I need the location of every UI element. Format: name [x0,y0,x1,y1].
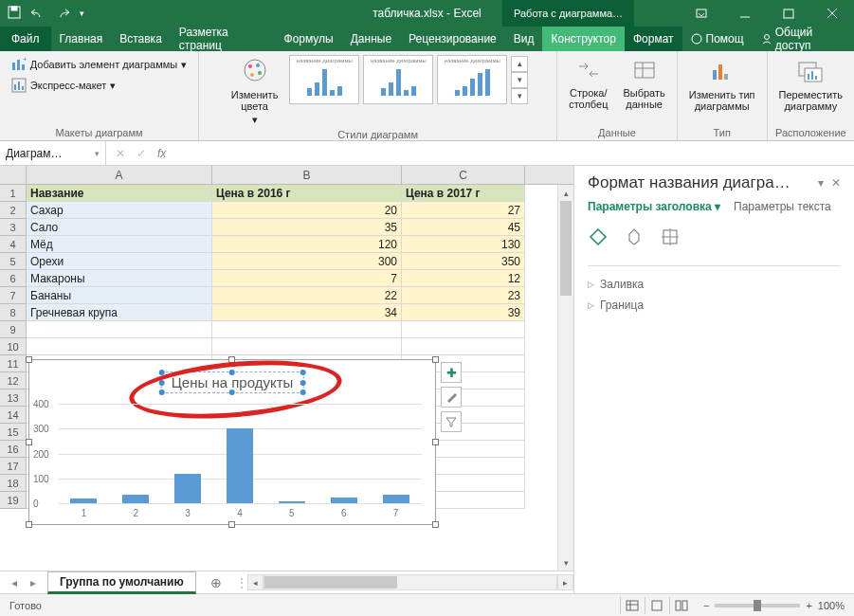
taskpane-close-icon[interactable]: ✕ [831,176,841,190]
chart-filters-button[interactable] [441,411,462,432]
horizontal-scrollbar[interactable]: ◂ ▸ [247,574,573,590]
row-header[interactable]: 13 [0,390,27,407]
row-header[interactable]: 8 [0,304,27,321]
chart-styles-gallery[interactable]: название диаграммы название диаграммы на… [289,55,528,104]
name-box[interactable]: Диаграм…▾ [0,141,106,165]
cell[interactable] [402,321,525,338]
cell[interactable]: Гречневая крупа [27,304,212,321]
scroll-down-icon[interactable]: ▾ [558,554,573,571]
cell[interactable]: Навзание [27,185,212,202]
row-header[interactable]: 18 [0,475,27,492]
change-colors-button[interactable]: Изменить цвета ▾ [227,55,282,127]
size-properties-icon[interactable] [660,226,681,250]
chart-title[interactable]: Цены на продукты [161,371,304,393]
select-all-corner[interactable] [0,166,27,184]
row-header[interactable]: 6 [0,270,27,287]
cell[interactable] [402,338,525,355]
cell[interactable]: Мёд [27,236,212,253]
cell[interactable]: 45 [402,219,525,236]
sheet-tab[interactable]: Группа по умолчанию [47,571,196,594]
col-header-C[interactable]: C [402,166,525,184]
cell[interactable]: Цена в 2017 г [402,185,525,202]
page-break-view-icon[interactable] [669,597,694,614]
cell[interactable]: 39 [402,304,525,321]
style-item[interactable]: название диаграммы [289,55,359,104]
row-header[interactable]: 7 [0,287,27,304]
cell[interactable]: 35 [212,219,402,236]
style-item[interactable]: название диаграммы [363,55,433,104]
undo-icon[interactable] [30,6,45,22]
row-header[interactable]: 4 [0,236,27,253]
add-sheet-button[interactable]: ⊕ [206,572,227,593]
move-chart-button[interactable]: Переместить диаграмму [775,55,846,114]
cell[interactable]: Сахар [27,202,212,219]
row-header[interactable]: 5 [0,253,27,270]
tab-home[interactable]: Главная [51,27,112,51]
effects-icon[interactable] [624,226,645,250]
qat-customize-icon[interactable]: ▾ [80,9,84,18]
tab-data[interactable]: Данные [342,27,400,51]
chart-elements-button[interactable]: ✚ [441,362,462,383]
tab-format[interactable]: Формат [625,27,682,51]
resize-handle[interactable] [432,521,439,528]
chart-styles-button[interactable] [441,387,462,408]
row-header[interactable]: 14 [0,407,27,424]
cell[interactable] [212,338,402,355]
close-icon[interactable] [810,0,854,27]
minimize-icon[interactable] [723,0,767,27]
cell[interactable]: 34 [212,304,402,321]
col-header-B[interactable]: B [212,166,402,184]
switch-row-col-button[interactable]: Строка/ столбец [565,55,611,112]
row-header[interactable]: 9 [0,321,27,338]
zoom-slider[interactable]: − + 100% [703,600,845,611]
tell-me[interactable]: Помощ [682,27,753,51]
share-button[interactable]: Общий доступ [753,27,854,51]
gallery-down-icon[interactable]: ▾ [511,72,528,88]
col-header-A[interactable]: A [27,166,212,184]
tab-design[interactable]: Конструктор [542,27,624,51]
sheet-next-icon[interactable]: ▸ [30,576,36,589]
cell[interactable]: 20 [212,202,402,219]
cell[interactable]: 7 [212,270,402,287]
row-header[interactable]: 19 [0,492,27,509]
row-header[interactable]: 3 [0,219,27,236]
chart-plot-area[interactable]: 01002003004001234567 [58,404,422,503]
save-icon[interactable] [8,6,21,22]
scroll-up-icon[interactable]: ▴ [558,185,573,201]
resize-handle[interactable] [228,356,235,363]
tab-page-layout[interactable]: Разметка страниц [171,27,276,51]
fx-icon[interactable]: fx [157,147,166,160]
cell[interactable] [27,321,212,338]
cell[interactable]: Цена в 2016 г [212,185,402,202]
cell[interactable]: 23 [402,287,525,304]
scroll-thumb[interactable] [264,576,397,589]
tab-view[interactable]: Вид [505,27,543,51]
border-section[interactable]: ▷Граница [588,295,841,316]
ribbon-options-icon[interactable] [680,0,723,27]
cell[interactable] [27,338,212,355]
row-header[interactable]: 1 [0,185,27,202]
scroll-right-icon[interactable]: ▸ [557,574,573,590]
enter-icon[interactable]: ✓ [136,147,146,160]
tab-file[interactable]: Файл [0,27,51,51]
add-chart-element-button[interactable]: + Добавить элемент диаграммы ▾ [11,55,187,74]
cell[interactable]: Бананы [27,287,212,304]
redo-icon[interactable] [55,6,70,22]
sheet-prev-icon[interactable]: ◂ [11,576,17,589]
row-header[interactable]: 2 [0,202,27,219]
row-header[interactable]: 11 [0,355,27,372]
zoom-in-icon[interactable]: + [806,600,811,611]
page-layout-view-icon[interactable] [645,597,669,614]
resize-handle[interactable] [432,356,439,363]
cell[interactable]: 27 [402,202,525,219]
cell[interactable]: Макароны [27,270,212,287]
cell[interactable]: 350 [402,253,525,270]
cancel-icon[interactable]: ✕ [116,147,125,160]
style-item[interactable]: название диаграммы [437,55,507,104]
scroll-thumb[interactable] [560,201,572,296]
row-header[interactable]: 12 [0,372,27,390]
cell[interactable]: 12 [402,270,525,287]
scroll-left-icon[interactable]: ◂ [247,574,263,590]
change-chart-type-button[interactable]: Изменить тип диаграммы [685,55,759,114]
tab-formulas[interactable]: Формулы [276,27,342,51]
